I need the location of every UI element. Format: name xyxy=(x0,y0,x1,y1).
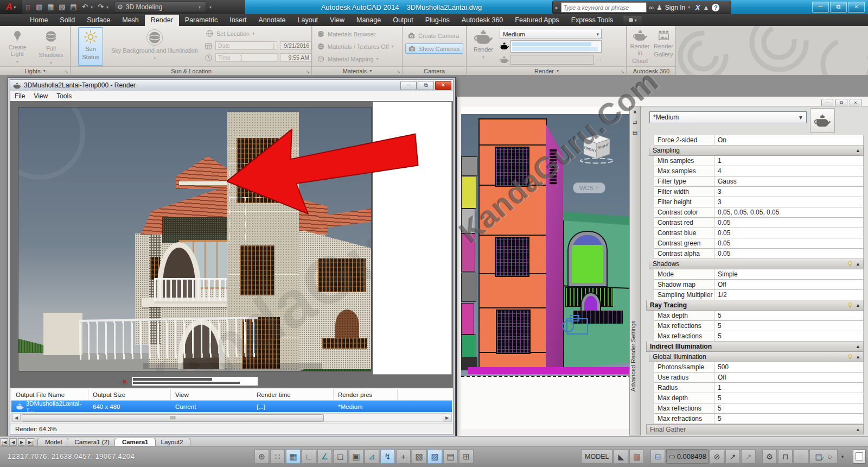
ribbon-tab-annotate[interactable]: Annotate xyxy=(253,15,292,26)
quick-properties-toggle[interactable]: ▨ xyxy=(427,449,442,464)
model-space-button[interactable]: MODEL xyxy=(581,449,612,464)
palette-prop-max-depth[interactable]: Max depth5 xyxy=(654,311,864,321)
palette-prop-contrast-blue[interactable]: Contrast blue0.05 xyxy=(654,228,864,238)
wcs-badge[interactable]: WCS▼ xyxy=(573,182,605,193)
lightbulb-icon[interactable] xyxy=(847,354,853,360)
create-light-button[interactable]: Create Light ▾ xyxy=(2,27,33,66)
palette-prop-filter-height[interactable]: Filter height3 xyxy=(654,197,864,207)
palette-properties-icon[interactable]: ▤ xyxy=(631,129,639,137)
prop-value[interactable]: Gauss xyxy=(714,178,737,185)
ribbon-tab-plug-ins[interactable]: Plug-ins xyxy=(419,15,456,26)
set-location-button[interactable]: Set Location ▾ xyxy=(206,29,254,37)
render-quality-slider[interactable] xyxy=(510,40,602,53)
ribbon-tab-layout[interactable]: Layout xyxy=(292,15,324,26)
palette-prop-shadow-map[interactable]: Shadow mapOff xyxy=(654,280,864,290)
palette-prop-max-reflections[interactable]: Max reflections5 xyxy=(654,321,864,331)
tray-notifications[interactable]: ▤ ✓ ○ xyxy=(809,449,838,464)
date-slider[interactable]: Date] xyxy=(215,41,277,50)
render-table-header[interactable]: Output File NameOutput SizeViewRender ti… xyxy=(11,389,452,401)
dynamic-ucs-toggle[interactable]: ⊿ xyxy=(365,449,379,464)
palette-prop-max-samples[interactable]: Max samples4 xyxy=(654,166,864,176)
prop-value[interactable]: On xyxy=(714,136,726,144)
exchange-apps-icon[interactable]: X xyxy=(695,3,700,12)
prop-value[interactable]: 0.05 xyxy=(714,239,730,247)
material-mapping-button[interactable]: Material Mapping ▾ xyxy=(317,55,378,63)
viewcube[interactable]: FRONT RIGHT xyxy=(579,134,614,164)
object-snap-toggle[interactable]: ◻ xyxy=(333,449,348,464)
prev-layout-icon[interactable]: ◀ xyxy=(9,438,17,446)
render-quality-teapot-icon[interactable] xyxy=(500,42,509,50)
save-icon[interactable]: ▦ xyxy=(45,0,56,14)
prop-value[interactable]: 1 xyxy=(714,384,722,392)
ribbon-tab-solid[interactable]: Solid xyxy=(54,15,81,26)
camera-glyph[interactable] xyxy=(561,312,588,335)
collapse-icon[interactable]: ▲ xyxy=(856,344,860,349)
prop-value[interactable]: 3 xyxy=(714,198,722,206)
viewport-lock-icon[interactable]: ⊡ xyxy=(650,449,665,464)
scroll-thumb[interactable]: ⦀⦀⦀ xyxy=(22,414,324,422)
prop-value[interactable]: 5 xyxy=(714,312,722,319)
column-header-output-file-name[interactable]: Output File Name xyxy=(11,389,88,400)
sign-in-button[interactable]: Sign In xyxy=(665,4,685,11)
ribbon-tab-output[interactable]: Output xyxy=(387,15,419,26)
palette-prop-max-reflections[interactable]: Max reflections5 xyxy=(654,403,864,414)
prop-value[interactable]: 3 xyxy=(714,188,722,195)
grid-display-toggle[interactable]: ▦ xyxy=(286,449,301,464)
panel-lights-footer[interactable]: Lights▾↘ xyxy=(0,66,70,75)
palette-prop-sampling-multiplier[interactable]: Sampling Multiplier1/2 xyxy=(654,290,864,300)
render-restore-button[interactable]: ⧉ xyxy=(418,81,434,90)
render-preset-select[interactable]: *Medium ▼ xyxy=(649,111,807,123)
ribbon-display-options-button[interactable]: ▾ xyxy=(623,16,642,24)
last-layout-icon[interactable]: ▶| xyxy=(27,438,34,446)
new-file-icon[interactable]: ▯ xyxy=(22,0,34,14)
minimize-button[interactable]: ─ xyxy=(812,2,829,12)
prop-value[interactable]: Off xyxy=(714,374,726,381)
prop-value[interactable]: 5 xyxy=(714,332,722,340)
collapse-icon[interactable]: ▲ xyxy=(856,427,860,432)
materials-browser-button[interactable]: Materials Browser xyxy=(317,30,375,38)
toolbar-lock-icon[interactable]: ⊓ xyxy=(778,449,793,464)
show-cameras-button[interactable]: Show Cameras xyxy=(405,43,463,54)
horizontal-scrollbar[interactable]: ◀ ⦀⦀⦀ ▶ xyxy=(11,413,452,422)
palette-prop-radius[interactable]: Radius1 xyxy=(654,383,864,393)
palette-prop-max-refractions[interactable]: Max refractions5 xyxy=(654,414,864,424)
ortho-mode-toggle[interactable]: ∟ xyxy=(302,449,316,464)
panel-materials-footer[interactable]: Materials▾↘ xyxy=(312,66,402,75)
annotation-visibility-icon[interactable]: ⊘ xyxy=(710,449,724,464)
ribbon-tab-mesh[interactable]: Mesh xyxy=(116,15,145,26)
panel-render-footer[interactable]: Render▾↘ xyxy=(467,66,626,75)
ribbon-tab-parametric[interactable]: Parametric xyxy=(179,15,224,26)
annotation-monitor-toggle[interactable]: ⊞ xyxy=(459,449,474,464)
palette-prop-filter-width[interactable]: Filter width3 xyxy=(654,187,864,197)
application-menu-button[interactable]: A ▾ xyxy=(0,0,22,14)
dynamic-input-toggle[interactable]: ↯ xyxy=(380,449,395,464)
layout-tab-model[interactable]: Model xyxy=(37,438,69,446)
clean-screen-button[interactable] xyxy=(853,449,866,464)
palette-prop-contrast-color[interactable]: Contrast color0.05, 0.05, 0.05, 0.05 xyxy=(654,207,864,218)
palette-prop-contrast-alpha[interactable]: Contrast alpha0.05 xyxy=(654,249,864,259)
render-more-button[interactable]: ... xyxy=(596,55,601,61)
palette-prop-max-refractions[interactable]: Max refractions5 xyxy=(654,331,864,342)
restore-button[interactable]: ⧉ xyxy=(830,2,847,12)
render-output-field[interactable] xyxy=(510,55,594,65)
ribbon-tab-manage[interactable]: Manage xyxy=(350,15,387,26)
materials-textures-off-button[interactable]: Materials / Textures Off ▾ xyxy=(317,42,394,51)
selection-cycling-toggle[interactable]: ▤ xyxy=(443,449,458,464)
workspace-switching-gear-icon[interactable]: ⚙ xyxy=(762,449,777,464)
ribbon-tab-home[interactable]: Home xyxy=(24,15,54,26)
prop-value[interactable]: 500 xyxy=(714,363,729,371)
palette-prop-min-samples[interactable]: Min samples1 xyxy=(654,156,864,166)
palette-section-final-gather[interactable]: Final Gather ▲ xyxy=(646,424,864,434)
palette-prop-photons-sample[interactable]: Photons/sample500 xyxy=(654,362,864,373)
render-gallery-button[interactable]: Render Gallery xyxy=(652,27,675,66)
lightbulb-icon[interactable] xyxy=(847,302,853,308)
prop-value[interactable]: 5 xyxy=(714,322,722,330)
performance-icon[interactable]: ◌ xyxy=(794,449,808,464)
render-close-button[interactable]: × xyxy=(435,81,451,90)
palette-autohide-icon[interactable]: ⇄ xyxy=(631,118,639,127)
infer-constraints-toggle[interactable]: ⊕ xyxy=(254,449,269,464)
save-as-icon[interactable]: ▧ xyxy=(56,0,68,14)
prop-value[interactable]: 4 xyxy=(714,167,722,175)
render-window-titlebar[interactable]: 3DMusholla2Lantai-Temp000 - Render ─ ⧉ × xyxy=(10,80,453,91)
column-header-render-pres[interactable]: Render pres xyxy=(334,389,398,400)
